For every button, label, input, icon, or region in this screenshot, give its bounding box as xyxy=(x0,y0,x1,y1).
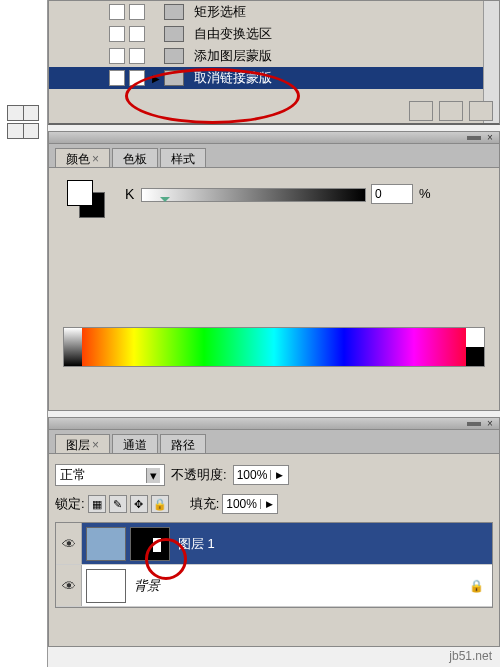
tab-channels[interactable]: 通道 xyxy=(112,434,158,453)
current-step-arrow: ▶ xyxy=(152,73,160,84)
fill-label: 填充: xyxy=(190,495,220,513)
watermark: jb51.net xyxy=(449,649,492,663)
lock-position-icon[interactable]: ✥ xyxy=(130,495,148,513)
arrow-right-icon[interactable]: ▶ xyxy=(260,499,277,509)
transform-icon xyxy=(164,26,184,42)
tab-layers[interactable]: 图层× xyxy=(55,434,110,453)
tab-paths[interactable]: 路径 xyxy=(160,434,206,453)
layer-row-selected[interactable]: 👁 图层 1 xyxy=(56,523,492,565)
layer-name[interactable]: 图层 1 xyxy=(178,535,215,553)
history-item[interactable]: 自由变换选区 xyxy=(49,23,499,45)
panel-titlebar[interactable]: × xyxy=(49,418,499,430)
blend-mode-select[interactable]: 正常▾ xyxy=(55,464,165,486)
layer-thumbnail[interactable] xyxy=(86,527,126,561)
fill-input[interactable]: 100%▶ xyxy=(222,494,278,514)
layer-thumbnail[interactable] xyxy=(86,569,126,603)
minimize-icon[interactable] xyxy=(467,422,481,426)
tab-styles[interactable]: 样式 xyxy=(160,148,206,167)
layer-name[interactable]: 背景 xyxy=(134,577,160,595)
k-value-input[interactable] xyxy=(371,184,413,204)
close-icon[interactable]: × xyxy=(485,419,495,429)
lock-icon: 🔒 xyxy=(469,579,484,593)
k-channel-label: K xyxy=(125,186,134,202)
dock-layout-icon[interactable] xyxy=(7,123,39,139)
history-item[interactable]: 矩形选框 xyxy=(49,1,499,23)
visibility-eye-icon[interactable]: 👁 xyxy=(56,523,82,564)
foreground-swatch[interactable] xyxy=(67,180,93,206)
opacity-label: 不透明度: xyxy=(171,466,227,484)
minimize-icon[interactable] xyxy=(467,136,481,140)
layer-mask-thumbnail[interactable] xyxy=(130,527,170,561)
color-spectrum[interactable] xyxy=(63,327,485,367)
k-slider[interactable] xyxy=(141,188,366,202)
history-item-selected[interactable]: ▶ 取消链接蒙版 xyxy=(49,67,499,89)
add-mask-icon xyxy=(164,48,184,64)
marquee-icon xyxy=(164,4,184,20)
new-snapshot-button[interactable] xyxy=(409,101,433,121)
canvas-area xyxy=(0,0,48,667)
percent-label: % xyxy=(419,186,431,201)
visibility-eye-icon[interactable]: 👁 xyxy=(56,565,82,606)
tab-swatches[interactable]: 色板 xyxy=(112,148,158,167)
unlink-mask-icon xyxy=(164,70,184,86)
tab-color[interactable]: 颜色× xyxy=(55,148,110,167)
opacity-input[interactable]: 100%▶ xyxy=(233,465,289,485)
close-icon[interactable]: × xyxy=(485,133,495,143)
lock-image-icon[interactable]: ✎ xyxy=(109,495,127,513)
layer-list: 👁 图层 1 👁 背景 🔒 xyxy=(55,522,493,608)
chevron-down-icon: ▾ xyxy=(146,468,160,483)
history-item[interactable]: 添加图层蒙版 xyxy=(49,45,499,67)
dock-layout-icon[interactable] xyxy=(7,105,39,121)
panel-titlebar[interactable]: × xyxy=(49,132,499,144)
arrow-right-icon[interactable]: ▶ xyxy=(270,470,287,480)
delete-button[interactable] xyxy=(469,101,493,121)
lock-transparency-icon[interactable]: ▦ xyxy=(88,495,106,513)
lock-label: 锁定: xyxy=(55,495,85,513)
new-document-button[interactable] xyxy=(439,101,463,121)
layers-panel: × 图层× 通道 路径 正常▾ 不透明度: 100%▶ 锁定: ▦ ✎ ✥ xyxy=(48,417,500,647)
color-panel: × 颜色× 色板 样式 K % xyxy=(48,131,500,411)
layer-row[interactable]: 👁 背景 🔒 xyxy=(56,565,492,607)
history-panel: 矩形选框 自由变换选区 添加图层蒙版 ▶ 取消链接蒙版 xyxy=(48,0,500,125)
lock-all-icon[interactable]: 🔒 xyxy=(151,495,169,513)
